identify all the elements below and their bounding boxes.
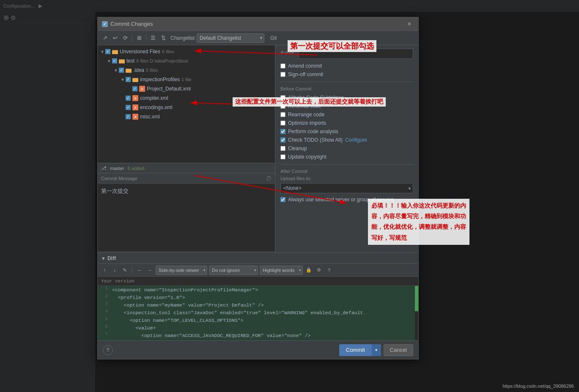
upload-select[interactable]: <None> <box>280 183 413 193</box>
separator-1 <box>280 82 413 82</box>
folder-icon-0 <box>112 49 118 54</box>
help-diff-btn[interactable]: ? <box>325 266 333 274</box>
lock-btn[interactable]: 🔒 <box>305 266 313 274</box>
tree-item-inspections[interactable]: ▼ inspectionProfiles 1 file <box>98 75 275 84</box>
alibaba-label: Alibaba Code Guidelines <box>288 95 344 101</box>
rearrange-checkbox[interactable] <box>280 112 285 117</box>
commit-button[interactable]: Commit <box>339 344 372 356</box>
expand-1[interactable]: ▼ <box>106 58 112 64</box>
always-use-row[interactable]: Always use selected server or group of s… <box>280 197 413 203</box>
checkbox-test[interactable] <box>112 58 117 63</box>
update-copyright-label: Update copyright <box>288 154 327 160</box>
refresh-btn[interactable]: ⟳ <box>121 33 130 43</box>
viewer-select[interactable]: Side-by-side viewer Unified viewer <box>156 266 207 275</box>
optimize-checkbox[interactable] <box>280 121 285 126</box>
tree-item-test[interactable]: ▼ test 6 files D:\ideaProject\test <box>98 56 275 66</box>
arrow-right-btn[interactable]: ↗ <box>100 33 110 43</box>
diff-collapse-icon[interactable]: ▼ <box>101 256 106 261</box>
diff-edit-btn[interactable]: ✎ <box>121 266 129 274</box>
commit-dropdown-btn[interactable]: ▾ <box>372 344 381 356</box>
perform-checkbox[interactable] <box>280 129 285 134</box>
xml-icon-1: X <box>132 95 138 101</box>
amend-commit-row[interactable]: Amend commit <box>280 63 413 69</box>
checkbox-compiler[interactable] <box>126 96 131 101</box>
author-label: Author: <box>280 50 295 55</box>
perform-row[interactable]: Perform code analysis <box>280 129 413 134</box>
configure-link[interactable]: Configure <box>345 137 367 143</box>
left-panel: ▼ Unversioned Files 6 files <box>98 45 275 252</box>
ignore-select[interactable]: Do not ignore Ignore whitespace <box>209 266 258 275</box>
code-line-2: 2 <profile version="1.0"> <box>98 293 418 301</box>
tree-item-project-default[interactable]: X Project_Default.xml <box>98 84 275 93</box>
cleanup-row[interactable]: Cleanup <box>280 145 413 151</box>
checkbox-misc[interactable] <box>126 114 131 119</box>
line-content-1: <component name="InspectionProjectProfil… <box>110 286 418 293</box>
checkbox-project-default[interactable] <box>132 86 137 91</box>
tree-item-compiler[interactable]: X compiler.xml <box>98 93 275 103</box>
dialog-toolbar: ↗ ↩ ⟳ ⊞ ☰ ⇅ Changelist: Default Changeli… <box>98 31 418 45</box>
commit-message-input[interactable]: 第一次提交 <box>98 184 275 251</box>
expand-3[interactable]: ▼ <box>120 77 126 82</box>
diff-down-btn[interactable]: ↓ <box>110 266 119 274</box>
diff-toolbar: ↑ ↓ ✎ ← → Side-by-side viewer Unified vi… <box>98 264 418 277</box>
action-buttons: Commit ▾ Cancel <box>339 344 413 356</box>
highlight-select[interactable]: Highlight words <box>260 266 303 275</box>
alibaba-checkbox[interactable] <box>280 95 285 100</box>
close-button[interactable]: × <box>405 19 414 29</box>
diff-prev-btn[interactable]: ← <box>135 266 144 274</box>
cleanup-checkbox[interactable] <box>280 146 285 151</box>
undo-btn[interactable]: ↩ <box>110 33 120 43</box>
tree-item-misc[interactable]: X misc.xml <box>98 112 275 121</box>
author-section: Author: Amend commit Sign-off commit <box>280 49 413 77</box>
help-button[interactable]: ? <box>103 345 113 355</box>
line-content-3: <option name="myName" value="Project Def… <box>110 301 418 309</box>
expand-2[interactable]: ▼ <box>113 67 119 73</box>
reformat-label: Reformat code <box>288 103 321 109</box>
cancel-button[interactable]: Cancel <box>384 344 413 356</box>
your-version-label: Your version <box>101 279 134 284</box>
line-num-3: 3 <box>98 301 110 309</box>
sign-off-checkbox[interactable] <box>280 72 285 77</box>
tree-name-project-default: Project_Default.xml <box>147 86 191 92</box>
check-todo-checkbox[interactable] <box>280 137 285 143</box>
expand-4 <box>126 86 132 92</box>
settings-btn[interactable]: ⚙ <box>315 266 323 274</box>
tree-item-unversioned[interactable]: ▼ Unversioned Files 6 files <box>98 47 275 56</box>
checkbox-idea[interactable] <box>119 68 124 73</box>
group-btn[interactable]: ⊞ <box>134 33 144 43</box>
upload-label: Upload files to: <box>280 176 311 181</box>
modal-overlay: ✓ Commit Changes × ↗ ↩ ⟳ ⊞ ☰ ⇅ Changelis… <box>0 0 579 392</box>
checkbox-inspections[interactable] <box>126 77 131 82</box>
optimize-row[interactable]: Optimize imports <box>280 120 413 126</box>
changelist-select[interactable]: Default Changelist <box>197 33 264 43</box>
svg-rect-4 <box>119 60 125 63</box>
sort-btn[interactable]: ⇅ <box>159 33 168 43</box>
commit-msg-icon[interactable]: ⏱ <box>266 175 272 182</box>
reformat-row[interactable]: Reformat code <box>280 103 413 109</box>
diff-up-btn[interactable]: ↑ <box>100 266 109 274</box>
tree-item-idea[interactable]: ▼ .idea 5 files <box>98 66 275 75</box>
check-todo-row[interactable]: Check TODO (Show All) Configure <box>280 137 413 143</box>
tree-item-encodings[interactable]: X encodings.xml <box>98 103 275 112</box>
alibaba-row[interactable]: Alibaba Code Guidelines <box>280 95 413 101</box>
sign-off-row[interactable]: Sign-off commit <box>280 71 413 77</box>
amend-commit-checkbox[interactable] <box>280 63 285 69</box>
rearrange-row[interactable]: Rearrange code <box>280 112 413 118</box>
author-input[interactable] <box>299 49 413 59</box>
reformat-checkbox[interactable] <box>280 104 285 109</box>
checkbox-encodings[interactable] <box>126 105 131 110</box>
list-btn[interactable]: ☰ <box>148 33 158 43</box>
expand-0[interactable]: ▼ <box>99 49 105 55</box>
diff-next-btn[interactable]: → <box>145 266 154 274</box>
dialog-bottom-bar: ? Commit ▾ Cancel <box>98 340 418 359</box>
always-use-checkbox[interactable] <box>280 197 285 202</box>
diff-header: ▼ Diff <box>98 253 418 264</box>
commit-msg-label: Commit Message <box>101 176 137 181</box>
line-content-2: <profile version="1.0"> <box>110 293 418 301</box>
file-tree[interactable]: ▼ Unversioned Files 6 files <box>98 45 275 163</box>
checkbox-unversioned[interactable] <box>105 49 110 54</box>
folder-icon-2 <box>126 68 132 73</box>
update-copyright-row[interactable]: Update copyright <box>280 154 413 160</box>
code-line-4: 4 <inspection_tool class="JavaDoc" enabl… <box>98 309 418 316</box>
update-copyright-checkbox[interactable] <box>280 154 285 159</box>
